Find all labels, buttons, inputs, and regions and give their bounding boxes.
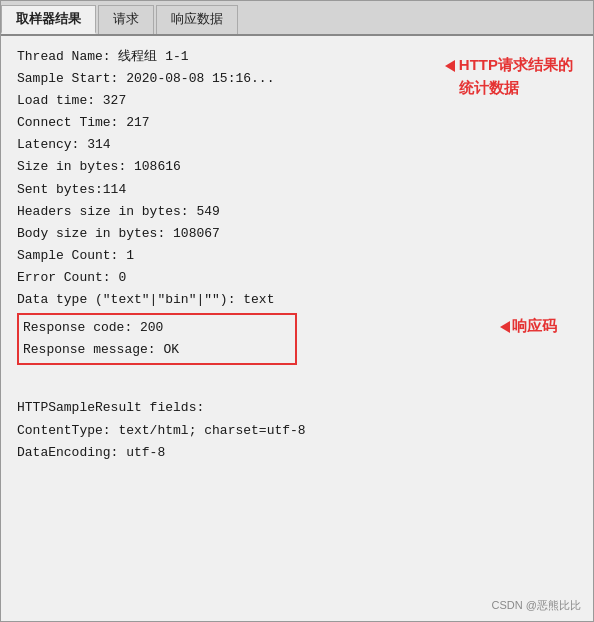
content-area: HTTP请求结果的统计数据 Thread Name: 线程组 1-1 Sampl… (1, 36, 593, 621)
field-response-message: Response message: OK (23, 339, 291, 361)
field-sent-bytes: Sent bytes:114 (17, 179, 577, 201)
response-annotation-text: 响应码 (512, 317, 557, 336)
response-section: Response code: 200 Response message: OK … (17, 313, 577, 365)
tab-bar: 取样器结果 请求 响应数据 (1, 1, 593, 36)
field-latency: Latency: 314 (17, 134, 577, 156)
field-content-type: ContentType: text/html; charset=utf-8 (17, 420, 577, 442)
http-annotation: HTTP请求结果的统计数据 (445, 54, 573, 99)
tab-request[interactable]: 请求 (98, 5, 154, 34)
bottom-fields-list: HTTPSampleResult fields: ContentType: te… (17, 375, 577, 463)
field-connect-time: Connect Time: 217 (17, 112, 577, 134)
field-response-code: Response code: 200 (23, 317, 291, 339)
response-annotation: 响应码 (500, 317, 557, 336)
tab-response-data[interactable]: 响应数据 (156, 5, 238, 34)
tab-sampler-result[interactable]: 取样器结果 (1, 5, 96, 34)
field-empty (17, 375, 577, 397)
response-box: Response code: 200 Response message: OK (17, 313, 297, 365)
field-body-size: Body size in bytes: 108067 (17, 223, 577, 245)
field-headers-size: Headers size in bytes: 549 (17, 201, 577, 223)
field-data-encoding: DataEncoding: utf-8 (17, 442, 577, 464)
main-window: 取样器结果 请求 响应数据 HTTP请求结果的统计数据 Thread Name:… (0, 0, 594, 622)
watermark: CSDN @恶熊比比 (492, 598, 581, 613)
field-data-type: Data type ("text"|"bin"|""): text (17, 289, 577, 311)
section-gap (17, 365, 577, 375)
http-annotation-text: HTTP请求结果的统计数据 (459, 54, 573, 99)
field-error-count: Error Count: 0 (17, 267, 577, 289)
field-size-bytes: Size in bytes: 108616 (17, 156, 577, 178)
field-sample-count: Sample Count: 1 (17, 245, 577, 267)
field-httpsample-header: HTTPSampleResult fields: (17, 397, 577, 419)
